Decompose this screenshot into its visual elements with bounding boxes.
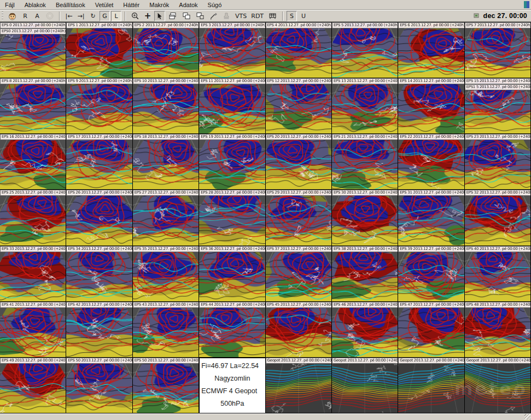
pointer-tool-button[interactable] [154,11,165,21]
menu-ablakok[interactable]: Ablakok [20,1,51,9]
map-panel[interactable]: EPS 38 2013.12.27. pé 00:00 (+240h) [332,246,398,302]
map-panel[interactable]: Geopot 2013.12.27. pé 00:00 (+240h) [465,358,531,413]
map-panel[interactable]: EPS 20 2013.12.27. pé 00:00 (+240h) [266,134,332,190]
panel-title-label[interactable]: EPS1 5 2013.12.27. pé 00:00 (+240h) [465,84,531,90]
panel-title-label[interactable]: Geopot 2013.12.27. pé 00:00 (+240h) [465,358,531,364]
map-panel[interactable]: Geopot 2013.12.27. pé 00:00 (+240h) [332,358,398,413]
map-panel[interactable]: EPS 36 2013.12.27. pé 00:00 (+240h) [199,246,265,302]
panel-title-label[interactable]: EPS 9 2013.12.27. pé 00:00 (+240h) [66,78,132,84]
menu-sugo[interactable]: Súgó [203,1,227,9]
panel-title-label[interactable]: EPS 18 2013.12.27. pé 00:00 (+240h) [133,134,199,140]
panel-title-label[interactable]: EPS 42 2013.12.27. pé 00:00 (+240h) [66,302,132,308]
panel-title-label[interactable]: EPS 32 2013.12.27. pé 00:00 (+240h) [465,190,531,196]
pan-tool-button[interactable]: + [142,11,153,21]
panel-title-label[interactable]: EPS 15 2013.12.27. pé 00:00 (+240h) [465,78,531,84]
panel-title-label[interactable]: EPS 12 2013.12.27. pé 00:00 (+240h) [266,78,332,84]
map-panel[interactable]: Geopot 2013.12.27. pé 00:00 (+240h) [398,358,464,413]
panel-title-label[interactable]: EPS 50 2013.12.27. pé 00:00 (+240h) [133,358,199,364]
panel-title-label[interactable]: EPS0 2013.12.27. pé 00:00 (+240h) [0,28,66,34]
panel-title-label[interactable]: EPS 14 2013.12.27. pé 00:00 (+240h) [398,78,464,84]
panel-title-label[interactable]: EPS 43 2013.12.27. pé 00:00 (+240h) [133,302,199,308]
map-panel[interactable]: EPS 5 2013.12.27. pé 00:00 (+240h) [332,22,398,78]
panel-title-label[interactable]: EPS 6 2013.12.27. pé 00:00 (+240h) [398,22,464,28]
panel-title-label[interactable]: Geopot 2013.12.27. pé 00:00 (+240h) [332,358,398,364]
panel-title-label[interactable]: EPS 49 2013.12.27. pé 00:00 (+240h) [0,358,66,364]
panel-title-label[interactable]: EPS 47 2013.12.27. pé 00:00 (+240h) [398,302,464,308]
panel-title-label[interactable]: EPS 34 2013.12.27. pé 00:00 (+240h) [66,246,132,252]
map-panel[interactable]: EPS 28 2013.12.27. pé 00:00 (+240h) [199,190,265,246]
panel-title-label[interactable]: EPS 37 2013.12.27. pé 00:00 (+240h) [266,246,332,252]
map-panel[interactable]: EPS 31 2013.12.27. pé 00:00 (+240h) [398,190,464,246]
panel-title-label[interactable]: EPS 25 2013.12.27. pé 00:00 (+240h) [0,190,66,196]
panel-title-label[interactable]: EPS 20 2013.12.27. pé 00:00 (+240h) [266,134,332,140]
panel-title-label[interactable]: EPS 38 2013.12.27. pé 00:00 (+240h) [332,246,398,252]
map-panel[interactable]: EPS 39 2013.12.27. pé 00:00 (+240h) [398,246,464,302]
menu-vetulet[interactable]: Vetület [90,1,119,9]
resize-grip[interactable] [524,414,530,419]
panel-title-label[interactable]: EPS 5 2013.12.27. pé 00:00 (+240h) [332,22,398,28]
map-panel[interactable]: EPS 15 2013.12.27. pé 00:00 (+240h)EPS1 … [465,78,531,134]
map-panel[interactable]: EPS 35 2013.12.27. pé 00:00 (+240h) [133,246,199,302]
g-toggle[interactable]: G [100,11,110,21]
panel-title-label[interactable]: EPS 30 2013.12.27. pé 00:00 (+240h) [332,190,398,196]
map-panel[interactable]: EPS 41 2013.12.27. pé 00:00 (+240h) [0,302,66,358]
panel-title-label[interactable]: EPS 1 2013.12.27. pé 00:00 (+240h) [66,22,132,28]
panel-title-label[interactable]: EPS 36 2013.12.27. pé 00:00 (+240h) [199,246,265,252]
panel-title-label[interactable]: EPS 27 2013.12.27. pé 00:00 (+240h) [133,190,199,196]
window-copy-button[interactable] [180,11,192,21]
panel-title-label[interactable]: EPS 23 2013.12.27. pé 00:00 (+240h) [465,134,531,140]
map-panel[interactable]: EPS 42 2013.12.27. pé 00:00 (+240h) [66,302,132,358]
panel-title-label[interactable]: EPS 3 2013.12.27. pé 00:00 (+240h) [199,22,265,28]
map-panel[interactable]: EPS 46 2013.12.27. pé 00:00 (+240h) [332,302,398,358]
map-panel[interactable]: EPS 7 2013.12.27. pé 00:00 (+240h) [465,22,531,78]
panel-title-label[interactable]: EPS 48 2013.12.27. pé 00:00 (+240h) [465,302,531,308]
map-panel[interactable]: EPS 25 2013.12.27. pé 00:00 (+240h) [0,190,66,246]
panel-title-label[interactable]: EPS 0 2013.12.27. pé 00:00 (+240h) [0,22,66,28]
step-first-button[interactable]: |← [63,11,74,21]
map-panel[interactable]: EPS 2 2013.12.27. pé 00:00 (+240h) [133,22,199,78]
panel-title-label[interactable]: EPS 17 2013.12.27. pé 00:00 (+240h) [66,134,132,140]
panel-title-label[interactable]: EPS 44 2013.12.27. pé 00:00 (+240h) [199,302,265,308]
menu-hatter[interactable]: Háttér [118,1,144,9]
map-panel[interactable]: EPS 6 2013.12.27. pé 00:00 (+240h) [398,22,464,78]
r-button[interactable]: R [20,11,31,21]
map-panel[interactable]: Geopot 2013.12.27. pé 00:00 (+240h) [266,358,332,413]
map-panel[interactable]: EPS 43 2013.12.27. pé 00:00 (+240h) [133,302,199,358]
panel-title-label[interactable]: Geopot 2013.12.27. pé 00:00 (+240h) [266,358,332,364]
panel-title-label[interactable]: EPS 45 2013.12.27. pé 00:00 (+240h) [266,302,332,308]
panel-title-label[interactable]: EPS 33 2013.12.27. pé 00:00 (+240h) [0,246,66,252]
map-panel[interactable]: EPS 49 2013.12.27. pé 00:00 (+240h) [0,358,66,413]
map-panel[interactable]: EPS 12 2013.12.27. pé 00:00 (+240h) [266,78,332,134]
panel-title-label[interactable]: EPS 21 2013.12.27. pé 00:00 (+240h) [332,134,398,140]
panel-title-label[interactable]: EPS 35 2013.12.27. pé 00:00 (+240h) [133,246,199,252]
map-panel[interactable]: EPS 1 2013.12.27. pé 00:00 (+240h) [66,22,132,78]
map-panel[interactable]: EPS 26 2013.12.27. pé 00:00 (+240h) [66,190,132,246]
panel-title-label[interactable]: EPS 7 2013.12.27. pé 00:00 (+240h) [465,22,531,28]
panel-title-label[interactable]: EPS 10 2013.12.27. pé 00:00 (+240h) [133,78,199,84]
map-panel[interactable]: EPS 4 2013.12.27. pé 00:00 (+240h) [266,22,332,78]
loop-animation-button[interactable]: ↻ [87,11,98,21]
map-panel[interactable]: EPS 32 2013.12.27. pé 00:00 (+240h) [465,190,531,246]
map-panel[interactable]: EPS 13 2013.12.27. pé 00:00 (+240h) [332,78,398,134]
step-last-button[interactable]: →| [75,11,86,21]
map-panel[interactable]: EPS 18 2013.12.27. pé 00:00 (+240h) [133,134,199,190]
map-panel[interactable]: EPS 33 2013.12.27. pé 00:00 (+240h) [0,246,66,302]
panel-title-label[interactable]: EPS 29 2013.12.27. pé 00:00 (+240h) [266,190,332,196]
map-panel[interactable]: EPS 17 2013.12.27. pé 00:00 (+240h) [66,134,132,190]
panel-title-label[interactable]: EPS 46 2013.12.27. pé 00:00 (+240h) [332,302,398,308]
map-panel[interactable]: EPS 16 2013.12.27. pé 00:00 (+240h) [0,134,66,190]
window-tile-button[interactable] [194,11,206,21]
map-panel[interactable]: EPS 3 2013.12.27. pé 00:00 (+240h) [199,22,265,78]
map-panel[interactable]: EPS 44 2013.12.27. pé 00:00 (+240h) [199,302,265,358]
rdt-button[interactable]: RDT [249,11,265,21]
zoom-tool-button[interactable] [129,11,141,21]
toolbar-grip[interactable] [1,11,4,21]
map-panel[interactable]: EPS 27 2013.12.27. pé 00:00 (+240h) [133,190,199,246]
draw-pencil-button[interactable] [207,11,219,21]
map-panel[interactable]: EPS 40 2013.12.27. pé 00:00 (+240h) [465,246,531,302]
panel-title-label[interactable]: EPS 8 2013.12.27. pé 00:00 (+240h) [0,78,66,84]
panel-title-label[interactable]: Geopot 2013.12.27. pé 00:00 (+240h) [398,358,464,364]
map-panel[interactable]: EPS 50 2013.12.27. pé 00:00 (+240h) [133,358,199,413]
menu-adatok[interactable]: Adatok [174,1,202,9]
table-view-button[interactable] [266,11,279,21]
